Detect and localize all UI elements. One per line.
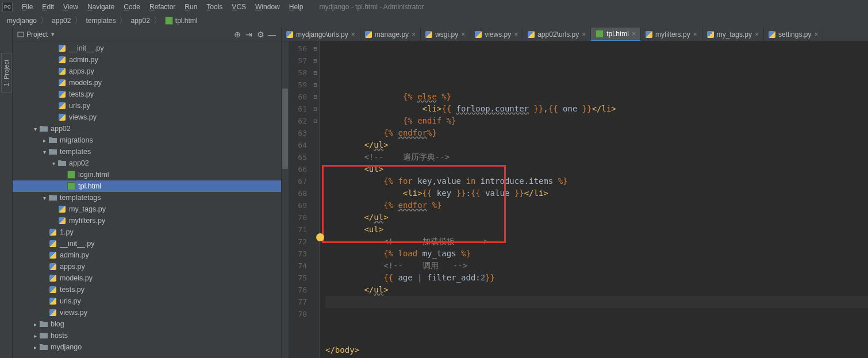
tab-manage-py[interactable]: manage.py×: [360, 28, 421, 41]
code-line[interactable]: <ul>: [325, 163, 868, 175]
menu-edit[interactable]: Edit: [37, 0, 59, 14]
code-line[interactable]: </ul>: [325, 139, 868, 151]
collapse-icon[interactable]: ⇥: [244, 30, 254, 39]
fold-handle[interactable]: ⊟: [312, 43, 319, 55]
tree-item-login-html[interactable]: login.html: [13, 169, 281, 180]
menu-help[interactable]: Help: [285, 0, 308, 14]
tree-item-myfilters-py[interactable]: myfilters.py: [13, 215, 281, 226]
crumb-4[interactable]: tpl.html: [163, 17, 200, 25]
code-line[interactable]: <ul>: [325, 224, 868, 236]
tree-item-mydjango[interactable]: ▸mydjango: [13, 341, 281, 353]
chevron-right-icon[interactable]: ▸: [31, 333, 39, 339]
tree-item-tpl-html[interactable]: tpl.html: [13, 180, 281, 192]
tree-item-views-py[interactable]: views.py: [13, 111, 281, 123]
tree-item-1-py[interactable]: 1.py: [13, 226, 281, 238]
project-tool-tab[interactable]: 1: Project: [1, 53, 11, 93]
code-line[interactable]: {% else %}: [325, 91, 868, 103]
fold-handle[interactable]: ⊟: [312, 55, 319, 67]
code-line[interactable]: <!-- 调用 -->: [325, 260, 868, 272]
code-line[interactable]: <!-- 遍历字典-->: [325, 151, 868, 163]
tree-item-__init__-py[interactable]: __init__.py: [13, 238, 281, 249]
tree-item-hosts[interactable]: ▸hosts: [13, 330, 281, 341]
chevron-right-icon[interactable]: ▸: [40, 137, 48, 144]
tab-tpl-html[interactable]: tpl.html×: [591, 28, 641, 41]
tree-item-templates[interactable]: ▾templates: [13, 146, 281, 157]
tree-item-apps-py[interactable]: apps.py: [13, 261, 281, 272]
tree-item-tests-py[interactable]: tests.py: [13, 284, 281, 295]
tab-app02-urls-py[interactable]: app02\urls.py×: [523, 28, 591, 41]
code-line[interactable]: {{ age | filter_add:2}}: [325, 272, 868, 284]
close-icon[interactable]: ×: [632, 30, 636, 38]
code-line[interactable]: <li>{{ forloop.counter }},{{ one }}</li>: [325, 103, 868, 115]
menu-code[interactable]: Code: [119, 0, 145, 14]
tree-item-models-py[interactable]: models.py: [13, 272, 281, 284]
chevron-right-icon[interactable]: ▸: [31, 344, 39, 351]
close-icon[interactable]: ×: [693, 30, 697, 39]
menu-file[interactable]: File: [17, 0, 37, 14]
locate-icon[interactable]: ⊕: [233, 30, 242, 39]
code-line[interactable]: [325, 320, 868, 332]
tree-item-app02[interactable]: ▾app02: [13, 123, 281, 134]
code-line[interactable]: {% for key,value in introduce.items %}: [325, 175, 868, 187]
close-icon[interactable]: ×: [461, 30, 465, 39]
tab-my_tags-py[interactable]: my_tags.py×: [702, 28, 764, 41]
tree-item-urls-py[interactable]: urls.py: [13, 295, 281, 307]
project-tree[interactable]: __init__.pyadmin.pyapps.pymodels.pytests…: [13, 41, 281, 353]
tree-item-urls-py[interactable]: urls.py: [13, 100, 281, 111]
menu-run[interactable]: Run: [180, 0, 202, 14]
code-line[interactable]: [325, 308, 868, 320]
close-icon[interactable]: ×: [351, 30, 355, 39]
tree-item-admin-py[interactable]: admin.py: [13, 54, 281, 66]
menu-window[interactable]: Window: [251, 0, 285, 14]
editor-body[interactable]: 5657585960616263646566676869707172737475…: [282, 41, 868, 358]
code-line[interactable]: {% endif %}: [325, 115, 868, 127]
fold-handle[interactable]: ⊟: [312, 91, 319, 103]
tree-item-my_tags-py[interactable]: my_tags.py: [13, 203, 281, 215]
tab-myfilters-py[interactable]: myfilters.py×: [641, 28, 702, 41]
crumb-0[interactable]: mydjango: [5, 17, 39, 25]
close-icon[interactable]: ×: [412, 30, 416, 39]
fold-handle[interactable]: ⊟: [312, 115, 319, 127]
tree-item-blog[interactable]: ▸blog: [13, 318, 281, 330]
menu-navigate[interactable]: Navigate: [83, 0, 119, 14]
tab-wsgi-py[interactable]: wsgi.py×: [421, 28, 470, 41]
tree-item-app02[interactable]: ▾app02: [13, 157, 281, 169]
tree-item-templatetags[interactable]: ▾templatetags: [13, 192, 281, 203]
crumb-2[interactable]: templates: [83, 17, 118, 25]
code-line[interactable]: </body>: [325, 344, 868, 356]
fold-handle[interactable]: ⊟: [312, 79, 319, 91]
menu-view[interactable]: View: [59, 0, 83, 14]
close-icon[interactable]: ×: [582, 30, 586, 39]
intention-bulb-icon[interactable]: [316, 233, 324, 241]
menu-refactor[interactable]: Refactor: [145, 0, 180, 14]
tree-item-migrations[interactable]: ▸migrations: [13, 134, 281, 146]
menu-tools[interactable]: Tools: [202, 0, 227, 14]
close-icon[interactable]: ×: [514, 30, 518, 39]
tree-item-admin-py[interactable]: admin.py: [13, 249, 281, 261]
tab-settings-py[interactable]: settings.py×: [764, 28, 823, 41]
code-line[interactable]: <li>{{ key }}:{{ value }}</li>: [325, 187, 868, 199]
close-icon[interactable]: ×: [755, 30, 759, 39]
code-line[interactable]: </ul>: [325, 211, 868, 224]
gear-icon[interactable]: ⚙: [256, 30, 265, 39]
menu-vcs[interactable]: VCS: [227, 0, 251, 14]
tree-item-views-py[interactable]: views.py: [13, 307, 281, 318]
code-area[interactable]: {% else %} <li>{{ forloop.counter }},{{ …: [320, 41, 868, 358]
tree-item-apps-py[interactable]: apps.py: [13, 66, 281, 77]
chevron-right-icon[interactable]: ▸: [31, 321, 39, 328]
fold-gutter[interactable]: ⊟⊟⊟⊟⊟⊟⊟: [312, 41, 320, 358]
code-line[interactable]: {% endfor%}: [325, 127, 868, 139]
code-line[interactable]: [325, 296, 868, 308]
tree-item-models-py[interactable]: models.py: [13, 77, 281, 88]
project-dropdown-icon[interactable]: Project ▼: [17, 30, 55, 39]
scrollbar-thumb[interactable]: [282, 88, 288, 169]
hide-icon[interactable]: —: [267, 30, 276, 39]
chevron-down-icon[interactable]: ▾: [40, 195, 48, 201]
code-line[interactable]: {% endfor %}: [325, 199, 868, 211]
tree-item-__init__-py[interactable]: __init__.py: [13, 43, 281, 54]
editor-scrollbar[interactable]: [282, 41, 289, 358]
crumb-1[interactable]: app02: [49, 17, 73, 25]
chevron-down-icon[interactable]: ▾: [31, 126, 39, 132]
crumb-3[interactable]: app02: [128, 17, 152, 25]
chevron-down-icon[interactable]: ▾: [49, 160, 57, 167]
